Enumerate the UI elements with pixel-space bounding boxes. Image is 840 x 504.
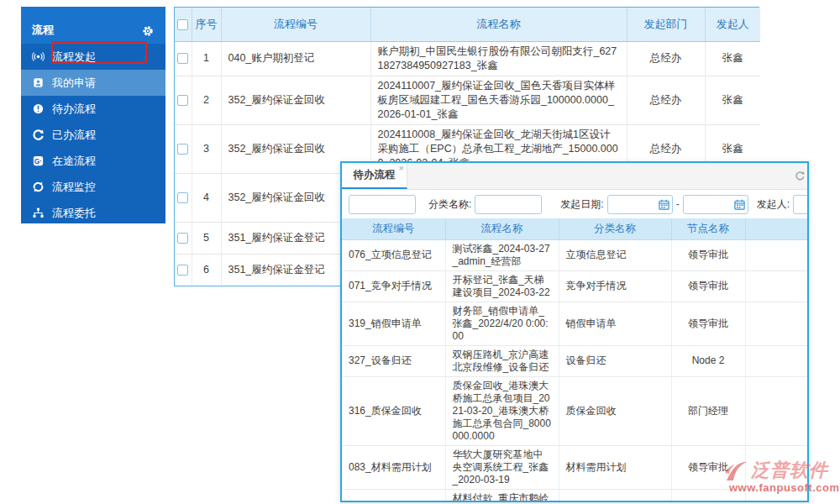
- cell-category: 材料需用计划: [559, 445, 671, 489]
- cell-node: 领导审批: [671, 445, 745, 489]
- redo-arrow-icon: [32, 129, 45, 141]
- cell-category: 立项信息登记: [559, 239, 671, 270]
- cell-name: 开标登记_张鑫_天梯建设项目_2024-03-22: [445, 270, 559, 302]
- sidebar-item-process-monitoring[interactable]: 流程监控: [21, 174, 165, 200]
- cell-code: 076_立项信息登记: [342, 239, 445, 270]
- table-row[interactable]: 316_质保金回收 质保金回收_港珠澳大桥施工总承包项目_2021-03-20_…: [342, 376, 809, 445]
- sidebar-item-label: 流程监控: [52, 180, 96, 195]
- sidebar-item-label: 在途流程: [52, 154, 96, 169]
- tab-label: 待办流程: [354, 168, 396, 182]
- cell-no: 1: [192, 41, 221, 76]
- pending-processes-panel: 待办流程 × 分类名称: 发起日期:: [340, 161, 809, 502]
- category-input[interactable]: [475, 195, 542, 214]
- cell-code: 040_账户期初登记: [221, 41, 370, 76]
- cell-no: 4: [192, 173, 221, 222]
- calendar-icon[interactable]: [734, 199, 745, 210]
- sidebar-item-my-applications[interactable]: 我的申请: [21, 70, 165, 96]
- cell-node: 总裁审批: [671, 489, 745, 502]
- table-row[interactable]: 1 040_账户期初登记 账户期初_中国民生银行股份有限公司朝阳支行_62718…: [175, 41, 760, 76]
- cell-code: 327_设备归还: [342, 345, 445, 376]
- row-checkbox[interactable]: [177, 192, 188, 203]
- sidebar-item-pending-processes[interactable]: 待办流程: [21, 96, 165, 122]
- cell-code: 092_材料付款: [342, 489, 445, 502]
- panel-filter-row: 分类名称: 发起日期: -: [342, 190, 807, 218]
- initiator-label: 发起人:: [757, 197, 790, 212]
- cell-node: 部门经理: [671, 376, 745, 445]
- cell-code: 083_材料需用计划: [342, 445, 445, 489]
- cell-name: 测试张鑫_2024-03-27_admin_经营部: [445, 239, 559, 270]
- keyword-input[interactable]: [349, 195, 416, 214]
- cell-no: 2: [192, 76, 221, 124]
- cell-category: 销假申请单: [559, 302, 671, 345]
- cell-initiator: 张鑫: [705, 76, 760, 124]
- cell-no: 6: [192, 254, 221, 286]
- col-header-extra: [745, 218, 809, 239]
- table-row[interactable]: 327_设备归还 双钢压路机_京沪高速北京段维修_设备归还 设备归还 Node …: [342, 345, 809, 376]
- row-checkbox[interactable]: [177, 265, 188, 276]
- start-date-label: 发起日期:: [560, 197, 603, 212]
- cell-name: 华软大厦研究基地中央空调系统工程_张鑫_2020-03-19: [445, 445, 559, 489]
- sidebar-item-label: 流程发起: [52, 50, 96, 65]
- table-row[interactable]: 2 352_履约保证金回收 2024110007_履约保证金回收_国色天香项目实…: [175, 76, 760, 124]
- broadcast-icon: [32, 50, 45, 63]
- table-row[interactable]: 319_销假申请单 财务部_销假申请单_张鑫_2022/4/20 0:00:00…: [342, 302, 809, 345]
- cell-node: 领导审批: [671, 270, 745, 302]
- sidebar-item-process-delegation[interactable]: 流程委托: [21, 200, 165, 226]
- sidebar-item-label: 我的申请: [52, 76, 96, 91]
- tab-close-icon[interactable]: ×: [399, 164, 404, 172]
- row-checkbox[interactable]: [177, 144, 188, 155]
- sidebar-item-label: 已办流程: [52, 128, 96, 143]
- col-header-node: 节点名称: [671, 218, 745, 239]
- exclamation-icon: [32, 102, 45, 115]
- select-all-checkbox[interactable]: [177, 19, 188, 30]
- cell-dept: 总经办: [627, 41, 705, 76]
- sidebar-item-label: 待办流程: [52, 102, 96, 117]
- cell-code: 071_竞争对手情况: [342, 270, 445, 302]
- cell-name: 2024110007_履约保证金回收_国色天香项目实体样板房区域园建工程_国色天…: [370, 76, 627, 124]
- table-row[interactable]: 071_竞争对手情况 开标登记_张鑫_天梯建设项目_2024-03-22 竞争对…: [342, 270, 809, 302]
- cell-category: 设备归还: [559, 345, 671, 376]
- g-badge-icon: G·: [32, 155, 45, 167]
- cell-name: 材料付款_重庆市鹅岭公园绿化景观提升工程施工_付安琼_2020-03-08: [445, 489, 559, 502]
- svg-text:G·: G·: [34, 157, 42, 165]
- cell-code: 316_质保金回收: [342, 376, 445, 445]
- table-row[interactable]: 083_材料需用计划 华软大厦研究基地中央空调系统工程_张鑫_2020-03-1…: [342, 445, 809, 489]
- cell-node: 领导审批: [671, 302, 745, 345]
- cell-name: 质保金回收_港珠澳大桥施工总承包项目_2021-03-20_港珠澳大桥施工总承包…: [445, 376, 559, 445]
- cell-node: 领导审批: [671, 239, 745, 270]
- cell-category: 竞争对手情况: [559, 270, 671, 302]
- gear-icon[interactable]: [141, 24, 155, 38]
- cell-dept: 总经办: [627, 76, 705, 124]
- sidebar-title: 流程: [32, 23, 54, 38]
- sidebar-item-intransit-processes[interactable]: G· 在途流程: [21, 148, 165, 174]
- col-header-name: 流程名称: [370, 8, 627, 41]
- calendar-icon[interactable]: [659, 199, 669, 210]
- tab-pending-processes[interactable]: 待办流程 ×: [342, 163, 407, 189]
- cell-name: 双钢压路机_京沪高速北京段维修_设备归还: [445, 345, 559, 376]
- col-header-no: 序号: [192, 8, 221, 41]
- refresh-icon: [32, 181, 45, 193]
- initiator-input[interactable]: [793, 195, 809, 214]
- row-checkbox[interactable]: [177, 95, 188, 106]
- cell-no: 3: [192, 124, 221, 173]
- col-header-dept: 发起部门: [627, 8, 705, 41]
- col-header-category: 分类名称: [559, 218, 671, 239]
- table-row[interactable]: 076_立项信息登记 测试张鑫_2024-03-27_admin_经营部 立项信…: [342, 239, 809, 270]
- sidebar-item-completed-processes[interactable]: 已办流程: [21, 122, 165, 148]
- cell-name: 账户期初_中国民生银行股份有限公司朝阳支行_627182738495092718…: [370, 41, 627, 76]
- sidebar-item-process-initiate[interactable]: 流程发起: [21, 44, 165, 70]
- panel-refresh-icon[interactable]: [794, 170, 806, 181]
- sidebar-item-label: 流程委托: [52, 206, 96, 221]
- panel-tab-bar: 待办流程 ×: [342, 163, 807, 190]
- cell-category: 材料付款: [559, 489, 671, 502]
- category-label: 分类名称:: [428, 197, 471, 212]
- sitemap-icon: [32, 207, 45, 219]
- date-range-separator: -: [676, 198, 680, 210]
- row-checkbox[interactable]: [177, 233, 188, 244]
- col-header-name: 流程名称: [445, 218, 559, 239]
- table-row[interactable]: 092_材料付款 材料付款_重庆市鹅岭公园绿化景观提升工程施工_付安琼_2020…: [342, 489, 809, 502]
- sidebar-header: 流程: [21, 7, 165, 44]
- col-header-initiator: 发起人: [705, 8, 760, 41]
- pending-processes-table: 流程编号 流程名称 分类名称 节点名称 076_立项信息登记 测试张鑫_2024…: [342, 218, 809, 502]
- row-checkbox[interactable]: [177, 53, 188, 64]
